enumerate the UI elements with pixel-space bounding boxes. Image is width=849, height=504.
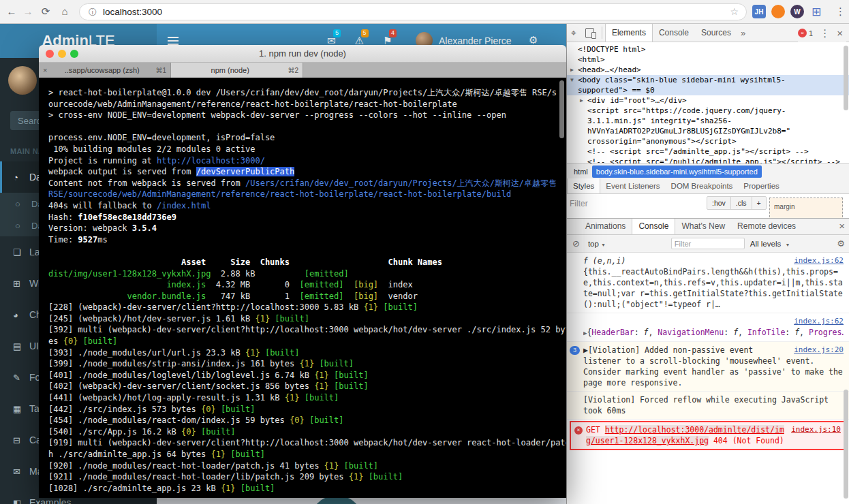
dom-node-line[interactable]: <!DOCTYPE html> <box>567 44 849 54</box>
terminal-output: > react-hot-boilerplate@1.0.0 dev /Users… <box>39 78 566 498</box>
console-source-link[interactable]: index.js:62 <box>589 316 844 327</box>
styles-tab-dom-breakpoints[interactable]: DOM Breakpoints <box>666 178 739 193</box>
clear-console-icon[interactable]: ⊘ <box>567 238 585 249</box>
tab-console[interactable]: Console <box>653 24 695 42</box>
drawer-tab-animations[interactable]: Animations <box>579 219 632 234</box>
elements-tree: <!DOCTYPE html> <html>▶<head>…</head>▼<b… <box>567 42 849 163</box>
elements-breadcrumb: htmlbody.skin-blue.sidebar-mini.wysihtml… <box>567 163 849 178</box>
terminal-line: [442] ./src/index.js 573 bytes {0} [buil… <box>48 404 566 415</box>
terminal-tab-npm-node-[interactable]: npm (node)⌘2 <box>171 63 303 78</box>
styles-toggle--hov[interactable]: :hov <box>707 197 731 209</box>
arrow-spacer <box>580 106 587 116</box>
inspect-icon[interactable]: ⌖ <box>567 27 581 39</box>
arrow-spacer <box>570 44 578 54</box>
home-icon[interactable]: ⌂ <box>57 5 72 18</box>
ui-elements-icon: ▤ <box>13 341 29 351</box>
dom-node-line[interactable]: crossorigin="anonymous"></script> <box>567 136 849 146</box>
devtools-menu-icon[interactable]: ⋮ <box>816 27 833 40</box>
object-preview: ▶{HeaderBar: f, NavigationMenu: f, InfoT… <box>583 327 844 338</box>
breadcrumb-item[interactable]: html <box>570 166 592 178</box>
expand-arrow-icon[interactable]: ▼ <box>570 75 578 85</box>
reload-icon[interactable]: ⟳ <box>38 5 53 18</box>
console-scrollbar[interactable] <box>844 390 848 499</box>
error-message-text: GET http://localhost:3000/adminlte/dist/… <box>586 425 784 445</box>
console-source-link[interactable]: index.js:62 <box>794 255 844 266</box>
console-levels-select[interactable]: All levels ▼ <box>745 240 796 248</box>
dom-node-line[interactable]: supported"> == $0 <box>567 85 849 95</box>
expand-arrow-icon[interactable]: ▶ <box>580 95 587 106</box>
styles-filter-row: :hov.cls+ margin <box>567 194 849 213</box>
terminal-tab--sapp-ucowsapp-zsh-[interactable]: ×..sapp/ucowsapp (zsh)⌘1 <box>39 63 171 78</box>
console-source-link[interactable]: index.js:10 <box>791 424 841 435</box>
terminal-line: h ./src/adminlte_app.js 64 bytes {1} [bu… <box>48 449 566 460</box>
terminal-line: [921] ./node_modules/react-hot-loader/li… <box>48 471 566 483</box>
extension-icon[interactable] <box>771 5 785 18</box>
dom-node-line[interactable]: <!-- <script src="/public/adminlte_app.j… <box>567 157 849 163</box>
styles-tab-event-listeners[interactable]: Event Listeners <box>600 178 665 193</box>
terminal-line <box>48 121 566 133</box>
drawer-tab-what-s-new[interactable]: What's New <box>675 219 731 234</box>
console-context-select[interactable]: top▼ <box>585 240 608 248</box>
separator <box>602 27 602 39</box>
bookmark-star-icon[interactable]: ☆ <box>730 6 739 17</box>
console-message-violation: [Violation] Forced reflow while executin… <box>567 392 849 420</box>
terminal-titlebar[interactable]: 1. npm run dev (node) <box>39 45 566 63</box>
console-filter-input[interactable] <box>671 238 745 249</box>
drawer-tab-console[interactable]: Console <box>632 219 675 234</box>
terminal-line: Project is running at http://localhost:3… <box>48 155 566 167</box>
extension-icon[interactable]: JH <box>752 5 766 18</box>
dom-node-line[interactable]: ▶<div id="root">…</div> <box>567 95 849 106</box>
devtools-tabs: ElementsConsoleSources <box>605 24 737 42</box>
styles-sidebar-tabs: StylesEvent ListenersDOM BreakpointsProp… <box>567 178 849 194</box>
extension-icon[interactable]: ⊞ <box>809 5 823 18</box>
breadcrumb-item[interactable]: body.skin-blue.sidebar-mini.wysihtml5-su… <box>592 166 762 178</box>
tab-close-icon[interactable]: × <box>43 66 51 74</box>
tab-sources[interactable]: Sources <box>695 24 737 42</box>
dom-node-line[interactable]: <script src="https://code.jquery.com/jqu… <box>567 106 849 116</box>
console-source-link[interactable]: index.js:20 <box>794 345 844 356</box>
violation-text: [Violation] Forced reflow while executin… <box>583 395 829 415</box>
dom-node-line[interactable]: ▶<head>…</head> <box>567 65 849 75</box>
terminal-line: RSE/sourcecode/web/AdminManagement/refer… <box>48 189 566 200</box>
elements-scrollbar[interactable] <box>844 46 848 110</box>
styles-filter-input[interactable] <box>570 197 672 210</box>
tab-elements[interactable]: Elements <box>605 24 653 42</box>
calendar-icon: ⊟ <box>13 435 29 445</box>
terminal-scrollbar[interactable] <box>559 80 564 138</box>
styles-tab-properties[interactable]: Properties <box>738 178 784 193</box>
terminal-line: dist/img/user1-128x128_vykxhX.jpg 2.88 k… <box>48 268 566 280</box>
styles-tab-styles[interactable]: Styles <box>567 178 600 193</box>
dom-node-line[interactable]: ▼<body class="skin-blue sidebar-mini wys… <box>567 75 849 85</box>
expand-arrow-icon[interactable]: ▶ <box>570 65 578 75</box>
terminal-line: ourcecode/web/AdminManagement/reference/… <box>48 99 566 110</box>
dom-node-line[interactable]: hVVnYaiADRTO2PzUGmuLJr8BLUSjGIZsDYGmIJLv… <box>567 126 849 136</box>
device-toolbar-icon[interactable] <box>585 28 594 38</box>
sidebar-avatar <box>8 66 37 95</box>
tab-shortcut: ⌘1 <box>155 67 166 74</box>
terminal-line: [441] (webpack)/hot/log-apply-result.js … <box>48 392 566 404</box>
styles-toggle--[interactable]: + <box>752 197 766 209</box>
browser-menu-icon[interactable]: ⋮ <box>835 5 846 18</box>
dom-node-line[interactable]: 3.1.1.min.js" integrity="sha256- <box>567 116 849 126</box>
back-icon[interactable]: ← <box>4 5 19 18</box>
arrow-spacer <box>580 146 587 157</box>
styles-toggle--cls[interactable]: .cls <box>731 197 752 209</box>
dom-node-line[interactable]: <html> <box>567 54 849 65</box>
dom-node-line[interactable]: <!-- <script src="/adminlte_app.js"></sc… <box>567 146 849 157</box>
address-bar[interactable]: ⓘ localhost:3000 ☆ <box>79 3 747 20</box>
extension-icon[interactable]: W <box>790 5 804 18</box>
devtools-close-icon[interactable]: × <box>833 27 846 39</box>
drawer-close-icon[interactable]: × <box>839 220 845 232</box>
dashboard-v1-icon: ○ <box>15 199 31 209</box>
error-count-badge[interactable]: × 1 <box>798 29 813 37</box>
terminal-line: Hash: f10ef58ec8e18dd736e9 <box>48 212 566 223</box>
more-tabs-icon[interactable]: » <box>737 28 749 38</box>
drawer-tab-remote-devices[interactable]: Remote devices <box>731 219 802 234</box>
widgets-icon: ⊞ <box>13 279 29 289</box>
terminal-line: [245] (webpack)/hot/dev-server.js 1.61 k… <box>48 313 566 325</box>
forward-icon[interactable]: → <box>20 5 35 18</box>
site-info-icon[interactable]: ⓘ <box>89 7 97 18</box>
terminal-line: 404s will fallback to /index.html <box>48 200 566 212</box>
console-message-object: index.js:62▶{HeaderBar: f, NavigationMen… <box>567 313 849 342</box>
console-settings-icon[interactable]: ⚙ <box>837 238 845 249</box>
